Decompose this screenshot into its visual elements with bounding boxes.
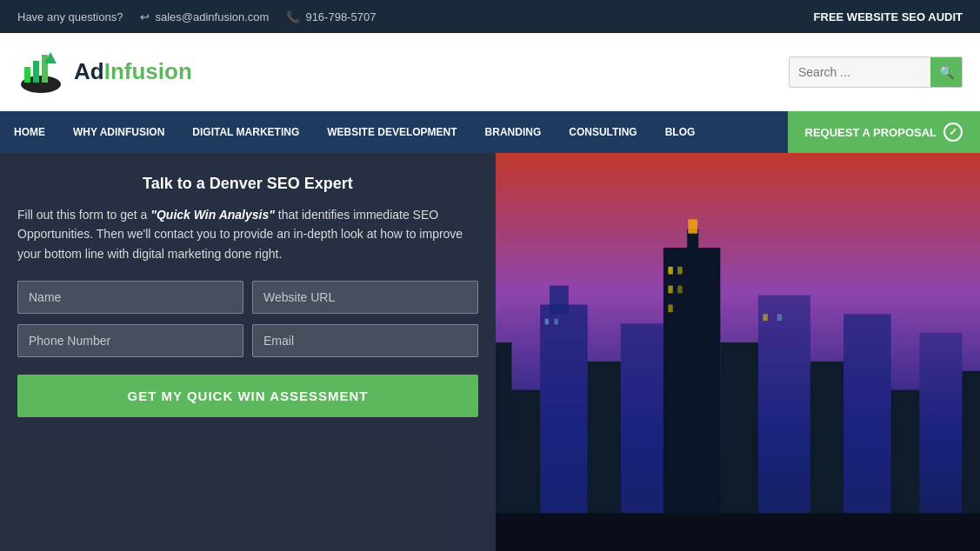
hero: Talk to a Denver SEO Expert Fill out thi…	[0, 153, 980, 551]
logo-infusion: Infusion	[104, 58, 192, 84]
search-area: 🔍	[789, 56, 963, 88]
reply-icon: ↩	[140, 10, 150, 23]
top-bar-left: Have any questions? ↩ sales@adinfusion.c…	[17, 10, 814, 23]
website-input[interactable]	[252, 281, 478, 314]
email-input[interactable]	[252, 324, 478, 357]
search-box: 🔍	[789, 56, 963, 88]
hero-left: Talk to a Denver SEO Expert Fill out thi…	[0, 153, 496, 551]
top-bar-cta[interactable]: FREE WEBSITE SEO AUDIT	[814, 10, 963, 23]
svg-rect-31	[496, 513, 980, 551]
search-input[interactable]	[790, 65, 930, 79]
svg-rect-27	[554, 319, 557, 325]
search-button[interactable]: 🔍	[930, 56, 962, 88]
svg-rect-29	[777, 314, 782, 321]
hero-desc-plain: Fill out this form to get a	[17, 208, 150, 222]
header: AdInfusion 🔍	[0, 33, 980, 111]
svg-rect-15	[758, 295, 810, 551]
phone-text: 916-798-5707	[305, 10, 376, 23]
svg-rect-28	[763, 314, 767, 321]
name-input[interactable]	[17, 281, 243, 314]
svg-rect-2	[33, 61, 39, 83]
logo-icon	[17, 48, 65, 96]
nav-home[interactable]: HOME	[0, 111, 59, 153]
svg-rect-23	[668, 286, 672, 294]
hero-desc: Fill out this form to get a "Quick Win A…	[17, 205, 478, 263]
nav-blog[interactable]: BLOG	[651, 111, 710, 153]
top-bar-email[interactable]: ↩ sales@adinfusion.com	[140, 10, 269, 23]
svg-rect-22	[677, 267, 682, 275]
phone-icon: 📞	[286, 10, 300, 23]
top-bar-phone[interactable]: 📞 916-798-5707	[286, 10, 376, 23]
logo-area: AdInfusion	[17, 48, 789, 96]
nav-why-adinfusion[interactable]: WHY ADINFUSION	[59, 111, 178, 153]
question-text: Have any questions?	[17, 10, 123, 23]
nav-cta-label: REQUEST A PROPOSAL	[805, 126, 937, 139]
svg-rect-21	[668, 267, 672, 275]
top-bar: Have any questions? ↩ sales@adinfusion.c…	[0, 0, 980, 33]
email-text: sales@adinfusion.com	[155, 10, 269, 23]
logo-text: AdInfusion	[74, 58, 192, 85]
svg-rect-26	[545, 319, 549, 325]
form-row-2	[17, 324, 478, 357]
nav-digital-marketing[interactable]: DIGITAL MARKETING	[178, 111, 313, 153]
svg-rect-9	[550, 286, 569, 315]
svg-rect-1	[24, 67, 30, 83]
phone-input[interactable]	[17, 324, 243, 357]
nav-request-proposal[interactable]: REQUEST A PROPOSAL ✓	[788, 111, 980, 153]
form-row-1	[17, 281, 478, 314]
city-skyline	[496, 153, 980, 551]
svg-rect-25	[668, 304, 672, 312]
nav-consulting[interactable]: CONSULTING	[555, 111, 650, 153]
svg-rect-30	[688, 219, 697, 233]
top-bar-question: Have any questions?	[17, 10, 123, 23]
logo-ad: Ad	[74, 58, 104, 84]
submit-button[interactable]: GET MY QUICK WIN ASSESSMENT	[17, 375, 478, 417]
hero-title: Talk to a Denver SEO Expert	[17, 175, 478, 193]
main-nav: HOME WHY ADINFUSION DIGITAL MARKETING WE…	[0, 111, 980, 153]
hero-desc-bold: "Quick Win Analysis"	[150, 208, 275, 222]
svg-rect-24	[677, 286, 682, 294]
nav-branding[interactable]: BRANDING	[471, 111, 556, 153]
hero-right	[496, 153, 980, 551]
proposal-icon: ✓	[943, 123, 963, 142]
nav-website-development[interactable]: WEBSITE DEVELOPMENT	[313, 111, 470, 153]
